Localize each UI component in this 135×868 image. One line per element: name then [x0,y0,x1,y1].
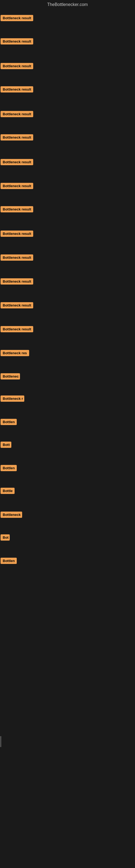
result-row-15: Bottleneck res [1,349,29,358]
result-row-4: Bottleneck result [1,85,33,95]
bottleneck-badge-14[interactable]: Bottleneck result [1,326,33,332]
result-row-1: Bottleneck result [1,14,33,23]
bottleneck-badge-10[interactable]: Bottleneck result [1,230,33,237]
bottleneck-badge-1[interactable]: Bottleneck result [1,15,33,21]
result-row-21: Bottle [1,487,14,496]
bottleneck-badge-2[interactable]: Bottleneck result [1,38,33,44]
result-row-17: Bottleneck r [1,394,24,404]
result-row-19: Bott [1,440,11,450]
result-row-16: Bottlenec [1,372,20,382]
bottleneck-badge-21[interactable]: Bottle [1,488,14,494]
result-row-9: Bottleneck result [1,205,33,215]
bottleneck-badge-17[interactable]: Bottleneck r [1,396,24,402]
bottleneck-badge-5[interactable]: Bottleneck result [1,111,33,117]
bottleneck-badge-12[interactable]: Bottleneck result [1,278,33,284]
bottleneck-badge-11[interactable]: Bottleneck result [1,254,33,261]
bottleneck-badge-7[interactable]: Bottleneck result [1,159,33,165]
bottleneck-badge-9[interactable]: Bottleneck result [1,206,33,212]
result-row-24: Bottlen [1,557,17,566]
bottleneck-badge-24[interactable]: Bottlen [1,558,17,564]
result-row-18: Bottlen [1,418,17,427]
result-row-12: Bottleneck result [1,277,33,287]
bottleneck-badge-18[interactable]: Bottlen [1,419,17,425]
bottleneck-badge-19[interactable]: Bott [1,442,11,448]
result-row-2: Bottleneck result [1,37,33,46]
site-title: TheBottlenecker.com [0,0,135,9]
result-row-5: Bottleneck result [1,110,33,119]
bottleneck-badge-6[interactable]: Bottleneck result [1,134,33,141]
bottleneck-badge-22[interactable]: Bottleneck [1,512,22,518]
result-row-3: Bottleneck result [1,62,33,71]
text-cursor [1,736,1,747]
bottleneck-badge-4[interactable]: Bottleneck result [1,86,33,93]
bottleneck-badge-13[interactable]: Bottleneck result [1,302,33,308]
result-row-23: Bot [1,533,10,543]
bottleneck-badge-23[interactable]: Bot [1,534,10,540]
result-row-7: Bottleneck result [1,158,33,167]
result-row-22: Bottleneck [1,510,22,520]
bottleneck-badge-15[interactable]: Bottleneck res [1,350,29,356]
result-row-14: Bottleneck result [1,325,33,335]
bottleneck-badge-8[interactable]: Bottleneck result [1,183,33,189]
result-row-11: Bottleneck result [1,253,33,263]
result-row-20: Bottlen [1,464,17,473]
bottleneck-badge-3[interactable]: Bottleneck result [1,63,33,69]
bottleneck-badge-20[interactable]: Bottlen [1,465,17,471]
result-row-10: Bottleneck result [1,229,33,239]
result-row-6: Bottleneck result [1,133,33,143]
result-row-8: Bottleneck result [1,182,33,191]
result-row-13: Bottleneck result [1,301,33,311]
bottleneck-badge-16[interactable]: Bottlenec [1,373,20,379]
